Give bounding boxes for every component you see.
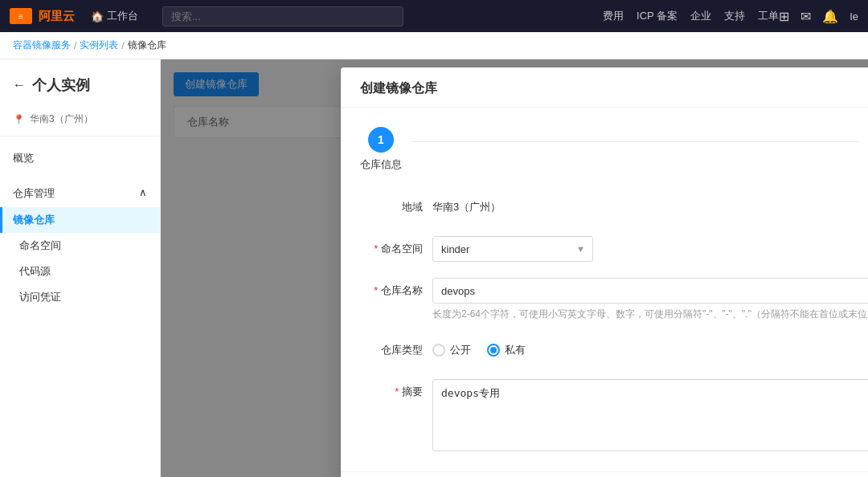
nav-support[interactable]: 支持	[724, 9, 745, 23]
location-text: 华南3（广州）	[30, 112, 93, 126]
grid-icon[interactable]: ⊞	[779, 9, 789, 24]
namespace-row: 命名空间 kinder ▼	[360, 236, 868, 262]
breadcrumb-item-1[interactable]: 容器镜像服务	[13, 39, 71, 52]
sidebar-item-mirror-repo[interactable]: 镜像仓库	[0, 207, 160, 233]
back-arrow-icon[interactable]: ←	[13, 78, 26, 92]
house-icon: 🏠	[91, 10, 104, 22]
radio-public-circle	[432, 344, 445, 357]
steps: 1 仓库信息 2 代码源	[360, 127, 868, 172]
breadcrumb-sep-2: /	[121, 40, 124, 51]
radio-public[interactable]: 公开	[432, 337, 471, 363]
chevron-up-icon: ∧	[139, 186, 147, 201]
location-icon: 📍	[13, 114, 25, 125]
sidebar-item-access-cred[interactable]: 访问凭证	[0, 284, 160, 310]
nav-icp[interactable]: ICP 备案	[637, 9, 678, 23]
bell-icon[interactable]: 🔔	[822, 9, 838, 24]
section-label-text: 仓库管理	[13, 186, 55, 201]
workbench-label: 工作台	[107, 9, 138, 23]
modal-title: 创建镜像仓库	[360, 80, 437, 97]
summary-count: 8/100	[432, 454, 868, 468]
repo-name-row: 仓库名称 6/64 长度为2-64个字符，可使用小写英文字母、数字，可使用分隔符…	[360, 278, 868, 321]
summary-label: 摘要	[360, 379, 432, 405]
radio-private-circle	[487, 344, 500, 357]
sidebar-location: 📍 华南3（广州）	[0, 108, 160, 137]
search-bar[interactable]	[162, 6, 403, 26]
sidebar-item-overview[interactable]: 概览	[0, 145, 160, 172]
region-value: 华南3（广州）	[432, 194, 868, 220]
breadcrumb-item-2[interactable]: 实例列表	[80, 39, 118, 52]
content-area: 创建镜像仓库 仓库名称 创建镜像仓库 × 1 仓库信息	[161, 59, 868, 477]
search-input[interactable]	[162, 6, 403, 26]
radio-group: 公开 私有	[432, 337, 868, 363]
create-repo-modal: 创建镜像仓库 × 1 仓库信息 2	[341, 67, 868, 477]
access-cred-label: 访问凭证	[19, 291, 61, 303]
region-row: 地域 华南3（广州）	[360, 194, 868, 220]
repo-type-row: 仓库类型 公开 私有	[360, 337, 868, 363]
sidebar-section-overview: 概览	[0, 137, 160, 180]
sidebar-title-text: 个人实例	[32, 75, 90, 95]
nav-ticket[interactable]: 工单	[758, 9, 779, 23]
main-layout: ← 个人实例 📍 华南3（广州） 概览 仓库管理 ∧ 镜像仓库 命名空间 代码源…	[0, 59, 868, 477]
repo-name-hint: 长度为2-64个字符，可使用小写英文字母、数字，可使用分隔符"-"、"-"、".…	[432, 307, 868, 321]
modal-header: 创建镜像仓库 ×	[341, 67, 868, 108]
breadcrumb-item-3: 镜像仓库	[128, 39, 166, 52]
summary-textarea[interactable]: devops专用	[432, 379, 868, 451]
repo-name-input-wrapper: 6/64	[432, 278, 868, 304]
repo-name-input[interactable]	[432, 278, 868, 304]
breadcrumb-sep-1: /	[74, 40, 76, 51]
summary-value: devops专用 8/100 长度最长100个字符	[432, 379, 868, 471]
breadcrumb: 容器镜像服务 / 实例列表 / 镜像仓库	[0, 32, 868, 59]
radio-public-label: 公开	[450, 337, 471, 363]
sidebar-section-repo[interactable]: 仓库管理 ∧	[0, 180, 160, 207]
sidebar: ← 个人实例 📍 华南3（广州） 概览 仓库管理 ∧ 镜像仓库 命名空间 代码源…	[0, 59, 161, 477]
step-1-circle: 1	[368, 127, 394, 153]
sidebar-title: ← 个人实例	[0, 67, 160, 108]
region-label: 地域	[360, 194, 432, 220]
sidebar-item-code-source[interactable]: 代码源	[0, 259, 160, 284]
namespace-label: 命名空间	[19, 239, 61, 251]
code-source-label: 代码源	[19, 265, 51, 277]
repo-name-label: 仓库名称	[360, 278, 432, 304]
logo-area[interactable]: ≡ 阿里云	[10, 8, 75, 24]
radio-private[interactable]: 私有	[487, 337, 526, 363]
nav-fee[interactable]: 费用	[603, 9, 624, 23]
summary-row: 摘要 devops专用 8/100 长度最长100个字符	[360, 379, 868, 471]
namespace-value: kinder ▼	[432, 236, 868, 262]
modal-body: 1 仓库信息 2 代码源 地域 华南	[341, 108, 868, 471]
step-1-label: 仓库信息	[360, 157, 402, 172]
radio-private-label: 私有	[505, 337, 526, 363]
namespace-label: 命名空间	[360, 236, 432, 262]
message-icon[interactable]: ✉	[800, 9, 811, 24]
step-1-number: 1	[378, 133, 384, 146]
nav-icons: ⊞ ✉ 🔔 Ie	[779, 9, 858, 24]
namespace-select-wrapper: kinder ▼	[432, 236, 593, 262]
workbench-link[interactable]: 🏠 工作台	[91, 9, 138, 23]
modal-footer: 取消 下一步	[341, 471, 868, 477]
region-text: 华南3（广州）	[432, 201, 501, 213]
logo-icon: ≡	[10, 8, 32, 24]
sidebar-item-namespace[interactable]: 命名空间	[0, 233, 160, 259]
nav-links: 费用 ICP 备案 企业 支持 工单	[603, 9, 779, 23]
top-nav: ≡ 阿里云 🏠 工作台 费用 ICP 备案 企业 支持 工单 ⊞ ✉ 🔔 Ie	[0, 0, 868, 32]
nav-enterprise[interactable]: 企业	[690, 9, 711, 23]
namespace-select[interactable]: kinder	[432, 236, 593, 262]
step-line	[411, 141, 859, 142]
repo-type-label: 仓库类型	[360, 337, 432, 363]
summary-textarea-wrapper: devops专用 8/100	[432, 379, 868, 468]
user-text[interactable]: Ie	[850, 10, 858, 22]
repo-name-value: 6/64 长度为2-64个字符，可使用小写英文字母、数字，可使用分隔符"-"、"…	[432, 278, 868, 321]
mirror-repo-label: 镜像仓库	[13, 214, 55, 226]
repo-type-value: 公开 私有	[432, 337, 868, 363]
logo-text: 阿里云	[39, 9, 75, 24]
step-1: 1 仓库信息	[360, 127, 402, 172]
overview-label: 概览	[13, 151, 34, 165]
